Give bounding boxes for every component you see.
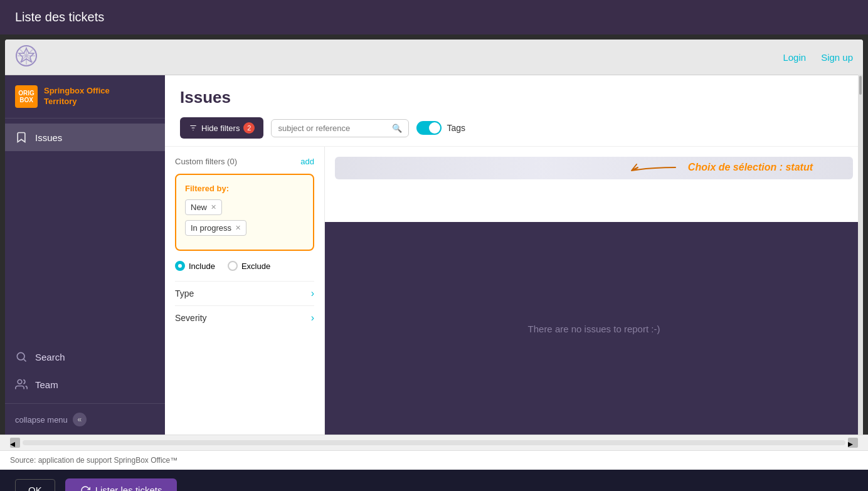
filter-tag-inprogress: In progress ✕ xyxy=(185,220,246,236)
title-bar-label: Liste des tickets xyxy=(15,10,104,24)
ok-button[interactable]: OK xyxy=(15,479,55,491)
severity-filter-row[interactable]: Severity › xyxy=(175,305,314,330)
hscroll-right[interactable]: ▸ xyxy=(848,438,858,448)
sidebar-item-team[interactable]: Team xyxy=(5,371,165,398)
hscrollbar-container: ◂ ▸ xyxy=(10,438,858,448)
browser-logo xyxy=(15,45,38,70)
filter-count-badge: 2 xyxy=(243,122,255,134)
main-content: Issues Hide filters 2 🔍 xyxy=(165,75,863,435)
sidebar-nav: Issues xyxy=(5,119,165,343)
sidebar-item-search[interactable]: Search xyxy=(5,343,165,371)
page-header: Issues Hide filters 2 🔍 xyxy=(165,75,863,147)
tags-toggle[interactable] xyxy=(416,121,442,135)
filter-icon xyxy=(189,124,198,132)
type-chevron-icon: › xyxy=(311,288,314,299)
svg-point-4 xyxy=(18,380,22,384)
collapse-label: collapse menu xyxy=(15,415,68,425)
lister-label: Lister les tickets xyxy=(95,485,162,491)
search-icon-sm: 🔍 xyxy=(392,124,402,133)
exclude-radio xyxy=(228,261,238,271)
content-area: Custom filters (0) add Filtered by: New … xyxy=(165,147,863,435)
hide-filters-button[interactable]: Hide filters 2 xyxy=(180,117,263,139)
search-input-wrap: 🔍 xyxy=(271,119,409,137)
search-input[interactable] xyxy=(278,124,388,133)
hscroll-left[interactable]: ◂ xyxy=(10,438,20,448)
brand-text: Springbox OfficeTerritory xyxy=(44,86,110,107)
title-bar: Liste des tickets xyxy=(0,0,868,34)
exclude-option[interactable]: Exclude xyxy=(228,261,270,271)
include-label: Include xyxy=(189,261,215,271)
lister-tickets-button[interactable]: Lister les tickets xyxy=(65,478,177,491)
annotation-container: Choix de sélection : statut xyxy=(613,152,813,183)
refresh-icon xyxy=(80,485,90,492)
bookmark-icon xyxy=(15,131,28,144)
sidebar-secondary-nav: Search Team xyxy=(5,343,165,403)
sidebar-item-issues[interactable]: Issues xyxy=(5,124,165,151)
browser-bottom-bar: ◂ ▸ xyxy=(0,435,868,450)
sidebar: ORIGBOX Springbox OfficeTerritory Issues xyxy=(5,75,165,435)
include-radio xyxy=(175,261,185,271)
browser-nav-links: Login Sign up xyxy=(783,52,853,63)
collapse-chevron-icon: « xyxy=(73,413,87,426)
include-option[interactable]: Include xyxy=(175,261,215,271)
annotation-arrow-svg xyxy=(613,152,688,183)
filter-box: Filtered by: New ✕ In progress ✕ xyxy=(175,174,314,251)
scrollbar-right[interactable] xyxy=(858,75,863,435)
sidebar-brand: ORIGBOX Springbox OfficeTerritory xyxy=(5,75,165,119)
login-link[interactable]: Login xyxy=(783,52,806,63)
sidebar-collapse[interactable]: collapse menu « xyxy=(5,403,165,435)
svg-point-2 xyxy=(17,352,24,360)
filtered-by-label: Filtered by: xyxy=(185,184,304,193)
team-icon xyxy=(15,378,28,391)
custom-filters-title: Custom filters (0) xyxy=(175,157,237,166)
sidebar-search-label: Search xyxy=(35,352,65,362)
page-title: Issues xyxy=(180,88,848,107)
severity-chevron-icon: › xyxy=(311,312,314,324)
sidebar-item-issues-label: Issues xyxy=(35,132,62,143)
annotation-area: Choix de sélection : statut xyxy=(325,147,863,222)
include-exclude: Include Exclude xyxy=(175,261,314,271)
no-issues-text: There are no issues to report :-) xyxy=(528,324,660,334)
filter-panel: Custom filters (0) add Filtered by: New … xyxy=(165,147,325,435)
toggle-wrap: Tags xyxy=(416,121,465,135)
exclude-label: Exclude xyxy=(241,261,270,271)
tags-label: Tags xyxy=(447,123,465,133)
filter-tag-new-remove[interactable]: ✕ xyxy=(211,203,216,211)
brand-icon: ORIGBOX xyxy=(15,85,38,108)
source-text: Source: application de support SpringBox… xyxy=(10,456,177,465)
app-body: ORIGBOX Springbox OfficeTerritory Issues xyxy=(5,75,863,435)
annotation-text: Choix de sélection : statut xyxy=(688,162,813,173)
filter-tag-new: New ✕ xyxy=(185,199,222,215)
browser-top-bar: Login Sign up xyxy=(5,40,863,75)
type-label: Type xyxy=(175,288,194,298)
severity-label: Severity xyxy=(175,313,207,323)
hide-filters-label: Hide filters xyxy=(201,124,240,133)
browser-frame: Login Sign up ORIGBOX Springbox OfficeTe… xyxy=(5,40,863,435)
sidebar-team-label: Team xyxy=(35,379,58,390)
svg-line-3 xyxy=(24,359,26,362)
issues-area: Choix de sélection : statut There are no… xyxy=(325,147,863,435)
action-bar: OK Lister les tickets xyxy=(0,470,868,491)
type-filter-row[interactable]: Type › xyxy=(175,281,314,305)
filter-tag-new-label: New xyxy=(191,203,207,212)
signup-link[interactable]: Sign up xyxy=(821,52,853,63)
custom-filters-header: Custom filters (0) add xyxy=(175,157,314,166)
filter-bar: Hide filters 2 🔍 Tags xyxy=(180,117,848,139)
filter-tag-inprogress-remove[interactable]: ✕ xyxy=(235,224,241,232)
footer: Source: application de support SpringBox… xyxy=(0,450,868,470)
add-filter-link[interactable]: add xyxy=(300,157,314,166)
filter-tag-inprogress-label: In progress xyxy=(191,223,231,233)
no-issues-area: There are no issues to report :-) xyxy=(325,222,863,435)
hscroll-track xyxy=(23,440,845,445)
search-icon xyxy=(15,351,28,363)
